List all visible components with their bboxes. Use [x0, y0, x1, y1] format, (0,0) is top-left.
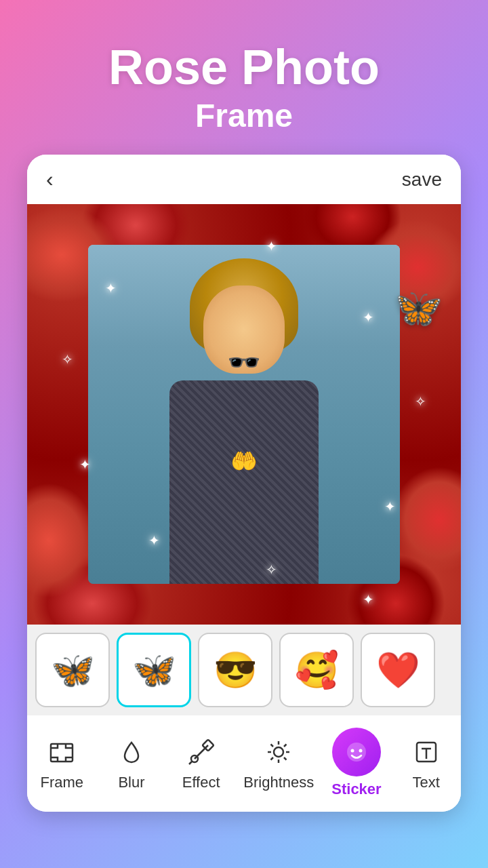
text-icon — [409, 734, 444, 770]
topbar: ‹ save — [27, 155, 461, 204]
photo-person: 🕶️ 🤲 — [88, 245, 400, 584]
frame-label: Frame — [41, 774, 84, 791]
back-button[interactable]: ‹ — [46, 167, 54, 192]
sticker-item-4[interactable]: ❤️ — [361, 633, 435, 707]
app-title: Rose Photo — [0, 41, 488, 94]
tool-sticker[interactable]: Sticker — [329, 728, 384, 798]
main-card: ‹ save 🕶️ 🤲 — [27, 155, 461, 812]
svg-line-12 — [284, 745, 287, 747]
tool-frame[interactable]: Frame — [35, 734, 89, 791]
svg-line-4 — [189, 762, 192, 764]
sticker-icon — [332, 728, 381, 776]
tool-text[interactable]: Text — [399, 734, 453, 791]
person-hands: 🤲 — [230, 448, 258, 474]
person-body: 🕶️ 🤲 — [149, 258, 339, 584]
sticker-row: 🦋 🦋 😎 🥰 ❤️ — [27, 625, 461, 715]
svg-line-11 — [284, 757, 287, 760]
svg-point-5 — [274, 747, 283, 757]
svg-point-15 — [350, 749, 354, 753]
brightness-icon — [261, 734, 296, 770]
blur-icon — [114, 734, 149, 770]
tool-brightness[interactable]: Brightness — [243, 734, 314, 791]
brightness-label: Brightness — [243, 774, 314, 791]
center-photo: 🕶️ 🤲 — [88, 245, 400, 584]
effect-label: Effect — [182, 774, 220, 791]
sticker-item-3[interactable]: 🥰 — [279, 633, 354, 707]
sunglasses-icon: 🕶️ — [227, 347, 261, 378]
sticker-item-1[interactable]: 🦋 — [117, 633, 191, 707]
sticker-item-2[interactable]: 😎 — [198, 633, 272, 707]
person-face: 🕶️ — [203, 285, 285, 374]
svg-line-10 — [271, 745, 274, 747]
person-jacket — [169, 380, 319, 584]
app-subtitle: Frame — [0, 97, 488, 134]
tool-blur[interactable]: Blur — [104, 734, 159, 791]
blur-label: Blur — [118, 774, 144, 791]
svg-rect-0 — [51, 744, 73, 762]
svg-point-14 — [347, 743, 366, 762]
effect-icon — [184, 734, 219, 770]
sticker-item-0[interactable]: 🦋 — [35, 633, 110, 707]
save-button[interactable]: save — [402, 169, 442, 191]
svg-line-13 — [271, 757, 274, 760]
frame-icon — [44, 734, 79, 770]
text-label: Text — [412, 774, 439, 791]
photo-frame: 🕶️ 🤲 🦋 ✦ ✦ ✧ ✦ ✦ ✧ ✦ ✧ ✦ ✦ — [27, 204, 461, 625]
tool-effect[interactable]: Effect — [174, 734, 228, 791]
svg-point-16 — [359, 749, 362, 753]
toolbar: Frame Blur Effect — [27, 715, 461, 812]
header: Rose Photo Frame — [0, 0, 488, 155]
sticker-label: Sticker — [331, 781, 381, 798]
